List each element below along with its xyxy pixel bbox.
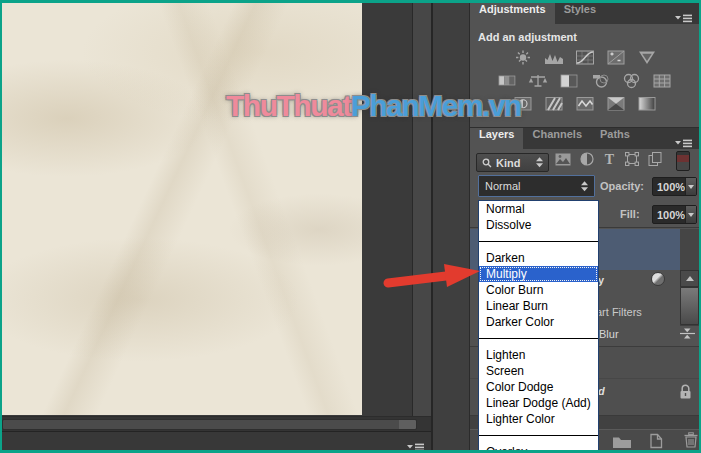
opacity-dropdown-button[interactable] — [685, 178, 696, 195]
tab-channels[interactable]: Channels — [523, 128, 591, 149]
filter-blending-options-icon[interactable] — [679, 326, 696, 344]
adjustment-icon-row-2 — [470, 72, 699, 89]
layer-filter-type-icons: T — [555, 153, 662, 169]
tab-paths[interactable]: Paths — [591, 128, 639, 149]
updown-arrows-icon — [536, 157, 543, 168]
black-white-icon[interactable] — [558, 72, 580, 89]
selective-color-icon[interactable] — [636, 95, 658, 112]
chevron-down-icon — [688, 213, 694, 220]
watermark-part-2: PhanMem.vn — [351, 89, 521, 122]
delete-layer-trash-icon[interactable] — [683, 432, 699, 452]
layers-tabbar: Layers Channels Paths — [470, 128, 699, 149]
smart-filters-label-fragment: art Filters — [596, 306, 642, 318]
layer-style-circle-icon — [651, 272, 665, 286]
curves-icon[interactable] — [574, 49, 596, 66]
horizontal-scrollbar[interactable] — [2, 416, 431, 431]
channel-mixer-icon[interactable] — [620, 72, 642, 89]
dock-strip — [431, 3, 470, 450]
type-layer-filter-icon[interactable]: T — [603, 152, 616, 170]
scrollbar-thumb[interactable] — [680, 287, 699, 325]
blend-option-dissolve[interactable]: Dissolve — [479, 217, 598, 233]
levels-icon[interactable] — [543, 49, 565, 66]
watermark: ThuThuatPhanMem.vn — [226, 91, 521, 121]
horizontal-scrollbar-thumb[interactable] — [2, 419, 417, 430]
document-status-bar — [0, 431, 431, 450]
pixel-layer-filter-icon[interactable] — [555, 152, 571, 170]
blend-option-multiply[interactable]: Multiply — [479, 266, 598, 282]
add-adjustment-heading: Add an adjustment — [478, 31, 699, 43]
chevron-down-icon — [688, 185, 694, 192]
blend-option-normal[interactable]: Normal — [479, 201, 598, 217]
watermark-part-1: ThuThuat — [226, 89, 351, 122]
posterize-icon[interactable] — [543, 95, 565, 112]
layer-filter-toggle[interactable] — [676, 151, 690, 171]
shape-layer-filter-icon[interactable] — [625, 152, 639, 170]
color-lookup-icon[interactable] — [651, 72, 673, 89]
new-group-icon[interactable] — [612, 435, 632, 453]
adjustments-tabbar: Adjustments Styles — [470, 3, 699, 24]
smart-filter-name-fragment: Blur — [599, 328, 619, 340]
new-layer-icon[interactable] — [647, 433, 663, 453]
updown-arrows-icon — [581, 181, 588, 192]
scroll-up-arrow[interactable] — [680, 270, 699, 287]
gradient-map-icon[interactable] — [605, 95, 627, 112]
color-balance-icon[interactable] — [527, 72, 549, 89]
photoshop-window: Adjustments Styles Add an adjustment — [0, 0, 701, 453]
canvas-image[interactable] — [2, 3, 362, 415]
blend-option-lighter-color[interactable]: Lighter Color — [479, 411, 598, 427]
tab-layers[interactable]: Layers — [470, 128, 523, 149]
layer-filter-kind-select[interactable]: Kind — [476, 153, 549, 172]
blend-option-linear-dodge-add[interactable]: Linear Dodge (Add) — [479, 395, 598, 411]
layer-list-gutter — [680, 229, 699, 270]
blend-option-screen[interactable]: Screen — [479, 363, 598, 379]
blend-mode-select[interactable]: Normal — [478, 175, 595, 197]
hue-saturation-icon[interactable] — [496, 72, 518, 89]
tab-styles[interactable]: Styles — [555, 3, 605, 24]
background-name-fragment: d — [598, 385, 605, 397]
blend-mode-value: Normal — [485, 180, 520, 192]
pasteboard-strip — [412, 3, 431, 416]
search-icon — [482, 158, 492, 168]
dropdown-separator — [479, 241, 598, 242]
fill-label: Fill: — [620, 208, 640, 220]
vibrance-icon[interactable] — [636, 49, 658, 66]
opacity-value: 100% — [653, 181, 685, 193]
fill-field[interactable]: 100% — [652, 205, 697, 224]
fill-value: 100% — [653, 209, 685, 221]
opacity-field[interactable]: 100% — [652, 177, 697, 196]
triangle-up-icon — [686, 272, 694, 281]
layers-scrollbar[interactable] — [680, 270, 699, 326]
dropdown-separator — [479, 338, 598, 339]
dropdown-separator — [479, 435, 598, 436]
lock-icon[interactable] — [678, 383, 693, 404]
photo-filter-icon[interactable] — [589, 72, 611, 89]
adjustment-icon-row-1 — [470, 49, 699, 66]
blend-option-darken[interactable]: Darken — [479, 250, 598, 266]
blend-option-overlay[interactable]: Overlay — [479, 444, 598, 453]
kind-label: Kind — [496, 157, 520, 169]
fill-dropdown-button[interactable] — [685, 206, 696, 223]
panel-menu-icon[interactable] — [406, 438, 426, 453]
exposure-icon[interactable] — [605, 49, 627, 66]
blend-mode-dropdown-list: Normal Dissolve Darken Multiply Color Bu… — [478, 200, 599, 453]
blend-option-lighten[interactable]: Lighten — [479, 347, 598, 363]
brightness-contrast-icon[interactable] — [512, 49, 534, 66]
smart-object-filter-icon[interactable] — [648, 152, 662, 170]
blend-option-darker-color[interactable]: Darker Color — [479, 314, 598, 330]
tab-adjustments[interactable]: Adjustments — [470, 3, 555, 24]
blend-option-linear-burn[interactable]: Linear Burn — [479, 298, 598, 314]
blend-option-color-burn[interactable]: Color Burn — [479, 282, 598, 298]
threshold-icon[interactable] — [574, 95, 596, 112]
opacity-label: Opacity: — [600, 180, 644, 192]
red-annotation-arrow — [368, 252, 488, 297]
blend-option-color-dodge[interactable]: Color Dodge — [479, 379, 598, 395]
adjustment-layer-filter-icon[interactable] — [580, 152, 594, 170]
svg-text:T: T — [605, 152, 615, 166]
